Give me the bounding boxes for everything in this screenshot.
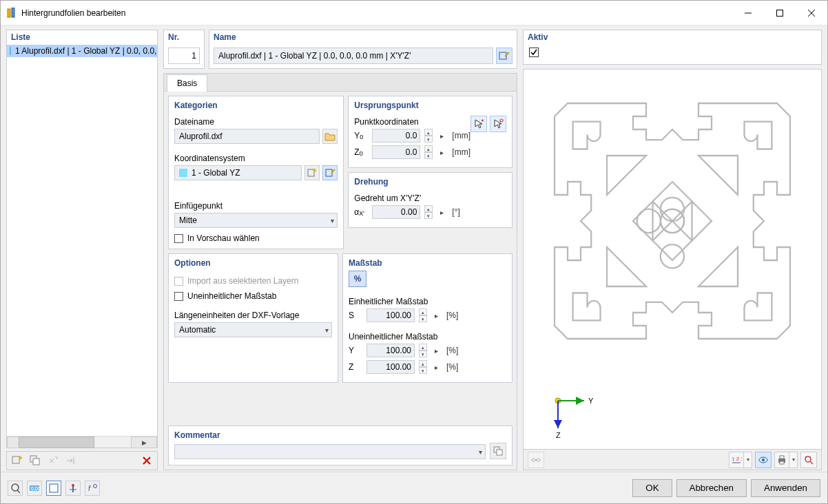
koord-value: 1 - Global YZ — [192, 168, 240, 178]
laenge-combo[interactable]: Automatic ▾ — [174, 322, 332, 337]
koord-input[interactable]: 1 - Global YZ — [174, 165, 302, 180]
svg-rect-0 — [8, 9, 10, 17]
add-entry-button[interactable] — [10, 453, 25, 468]
z0-unit: [mm] — [452, 147, 470, 157]
svg-point-9 — [500, 119, 503, 122]
koord-edit-button[interactable] — [322, 165, 338, 180]
nr-input[interactable]: 1 — [168, 48, 200, 64]
name-input[interactable]: Aluprofil.dxf | 1 - Global YZ | 0.0, 0.0… — [214, 48, 493, 64]
vorschau-checkbox[interactable] — [174, 234, 183, 243]
kategorien-head: Kategorien — [174, 99, 338, 113]
minimize-button[interactable] — [732, 3, 764, 23]
kommentar-head: Kommentar — [174, 429, 506, 443]
window-title: Hintergrundfolien bearbeiten — [21, 8, 732, 18]
ok-button[interactable]: OK — [632, 479, 672, 497]
cancel-button[interactable]: Abbrechen — [676, 479, 747, 497]
svg-text:f: f — [88, 484, 91, 492]
footer: 0,00 f OK Abbrechen Anwenden — [1, 472, 827, 503]
dateiname-browse-button[interactable] — [322, 129, 338, 144]
aktiv-head: Aktiv — [524, 30, 821, 45]
einfuege-combo[interactable]: Mitte ▾ — [174, 213, 338, 228]
close-button[interactable] — [796, 3, 827, 23]
liste-item[interactable]: 1 Aluprofil.dxf | 1 - Global YZ | 0.0, 0… — [7, 45, 157, 57]
einh-mass-label: Einheitlicher Maßstab — [349, 297, 506, 306]
y-input[interactable]: 100.00 — [366, 344, 415, 357]
preview-tool-print[interactable]: ▾ — [774, 452, 798, 468]
aktiv-checkbox[interactable] — [529, 48, 539, 57]
app-icon — [6, 8, 17, 19]
liste-toolbar — [6, 451, 158, 470]
import-layers-label: Import aus selektierten Layern — [187, 276, 298, 286]
pick-point-button-2[interactable] — [490, 116, 506, 132]
s-arrow[interactable]: ▸ — [431, 308, 441, 322]
svg-rect-11 — [497, 450, 502, 455]
alpha-arrow[interactable]: ▸ — [437, 205, 446, 219]
alpha-label: αX' — [354, 207, 368, 217]
kommentar-copy-button[interactable] — [490, 443, 506, 459]
pick-point-button-1[interactable] — [470, 116, 487, 132]
uneinheitlich-check[interactable]: Uneinheitlicher Maßstab — [174, 291, 332, 301]
ursprung-panel: Ursprungspunkt Punktkoordinaten Y0 0.0 ▴… — [348, 96, 513, 168]
y0-spin[interactable]: ▴▾ — [424, 129, 433, 143]
svg-rect-1 — [12, 8, 14, 17]
y-spin[interactable]: ▴▾ — [419, 344, 427, 357]
y-arrow[interactable]: ▸ — [431, 344, 441, 357]
y0-arrow[interactable]: ▸ — [437, 129, 446, 143]
s-spin[interactable]: ▴▾ — [419, 308, 427, 322]
z-input[interactable]: 100.00 — [366, 360, 415, 374]
window: Hintergrundfolien bearbeiten Liste 1 Alu… — [0, 0, 828, 504]
nr-panel: Nr. 1 — [163, 30, 205, 69]
preview-tool-show[interactable] — [755, 452, 772, 468]
footer-help-button[interactable] — [8, 481, 23, 496]
nr-head: Nr. — [164, 30, 204, 45]
z0-spin[interactable]: ▴▾ — [424, 145, 433, 159]
preview-tool-zoom-reset[interactable] — [800, 452, 817, 468]
z-unit: [%] — [446, 362, 458, 372]
preview-toolbar: 1 2 3 ▾ ▾ — [524, 449, 821, 470]
kommentar-combo[interactable]: ▾ — [174, 444, 486, 459]
copy-entry-button[interactable] — [28, 453, 43, 468]
drehung-head: Drehung — [354, 176, 506, 189]
z0-input[interactable]: 0.0 — [372, 145, 420, 159]
footer-view-1-button[interactable] — [46, 481, 61, 496]
percent-toggle-button[interactable]: % — [349, 271, 366, 287]
z-spin[interactable]: ▴▾ — [419, 360, 427, 374]
kommentar-panel: Kommentar ▾ — [168, 426, 513, 465]
name-edit-button[interactable] — [496, 48, 513, 64]
vorschau-check[interactable]: In Vorschau wählen — [174, 233, 338, 243]
tool-b-button[interactable] — [63, 453, 79, 468]
koord-new-button[interactable] — [304, 165, 320, 180]
preview-canvas[interactable]: Y Z — [524, 70, 821, 449]
preview-tool-numbering[interactable]: 1 2 3 ▾ — [729, 452, 752, 468]
maximize-button[interactable] — [764, 3, 796, 23]
scroll-thumb[interactable] — [19, 437, 94, 448]
svg-line-29 — [810, 461, 813, 464]
preview-tool-link[interactable] — [528, 452, 544, 468]
delete-entry-button[interactable] — [139, 453, 154, 468]
svg-point-39 — [94, 484, 97, 487]
scroll-right-button[interactable]: ▶ — [131, 437, 157, 448]
apply-button[interactable]: Anwenden — [751, 479, 820, 497]
svg-rect-34 — [50, 484, 58, 492]
liste-item-text: 1 Aluprofil.dxf | 1 - Global YZ | 0.0, 0… — [15, 46, 157, 56]
svg-rect-5 — [33, 459, 39, 465]
s-label: S — [349, 311, 362, 320]
ursprung-head: Ursprungspunkt — [354, 99, 506, 113]
footer-units-button[interactable]: 0,00 — [27, 481, 42, 496]
footer-view-2-button[interactable] — [65, 481, 81, 496]
uneinheitlich-checkbox[interactable] — [174, 292, 183, 301]
tab-basis[interactable]: Basis — [167, 74, 207, 92]
z0-arrow[interactable]: ▸ — [437, 145, 446, 159]
y0-input[interactable]: 0.0 — [372, 129, 420, 143]
dateiname-input[interactable]: Aluprofil.dxf — [174, 129, 320, 144]
s-input[interactable]: 100.00 — [366, 308, 415, 322]
optionen-head: Optionen — [174, 257, 332, 271]
footer-tool-fx-button[interactable]: f — [85, 481, 100, 496]
z-arrow[interactable]: ▸ — [431, 360, 441, 374]
drehung-panel: Drehung Gedreht um X'Y'Z' αX' 0.00 ▴▾ ▸ … — [348, 172, 513, 228]
tool-a-button[interactable] — [45, 453, 61, 468]
liste-scroll-horizontal[interactable]: ◀ ▶ — [7, 436, 157, 448]
dateiname-value: Aluprofil.dxf — [179, 132, 222, 141]
alpha-spin[interactable]: ▴▾ — [424, 205, 433, 219]
alpha-input[interactable]: 0.00 — [372, 205, 420, 219]
